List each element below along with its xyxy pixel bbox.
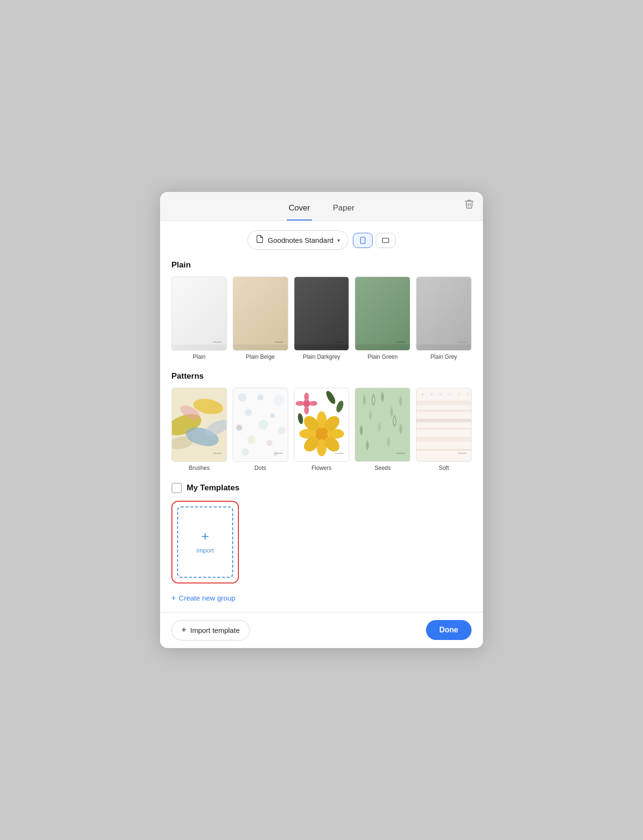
create-new-group-button[interactable]: + Create new group [171, 592, 236, 604]
seeds-label: Seeds [375, 465, 391, 471]
plain-grid: Plain Plain Beige Plain Darkgrey [171, 277, 472, 360]
plain-green-thumb [355, 277, 410, 351]
svg-rect-44 [416, 419, 471, 422]
flowers-label: Flowers [312, 465, 331, 471]
done-button[interactable]: Done [426, 620, 472, 640]
import-template-button[interactable]: + Import template [171, 620, 250, 640]
dots-label: Dots [255, 465, 266, 471]
import-plus-icon: + [201, 530, 209, 543]
portrait-view-button[interactable] [353, 233, 373, 248]
svg-point-53 [467, 393, 469, 396]
brushes-label: Brushes [189, 465, 209, 471]
cover-item-soft[interactable]: Soft [416, 388, 472, 471]
import-template-plus-icon: + [181, 625, 187, 635]
soft-thumb [416, 388, 472, 462]
svg-rect-0 [361, 237, 365, 243]
import-template-label: Import template [190, 626, 240, 634]
brushes-thumb [171, 388, 227, 462]
cover-item-plain-darkgrey[interactable]: Plain Darkgrey [294, 277, 350, 360]
tab-bar: Cover Paper [160, 192, 483, 221]
import-card[interactable]: + Import [177, 506, 233, 578]
tab-cover[interactable]: Cover [287, 199, 312, 220]
svg-point-51 [449, 393, 451, 396]
plain-label: Plain [193, 353, 206, 360]
svg-rect-43 [416, 410, 471, 412]
svg-point-34 [304, 406, 309, 414]
patterns-grid: Brushes [171, 388, 472, 471]
svg-point-14 [270, 413, 275, 418]
plain-beige-thumb [233, 277, 288, 351]
document-icon [255, 235, 264, 246]
svg-rect-47 [416, 449, 471, 451]
patterns-section-title: Patterns [171, 372, 472, 381]
tab-paper[interactable]: Paper [331, 199, 356, 220]
create-group-plus-icon: + [171, 594, 176, 602]
svg-point-10 [238, 393, 246, 402]
svg-point-21 [273, 451, 278, 456]
cover-item-plain-green[interactable]: Plain Green [355, 277, 410, 360]
landscape-view-button[interactable] [376, 233, 396, 248]
chevron-down-icon: ▾ [337, 237, 340, 244]
cover-item-plain-grey[interactable]: Plain Grey [416, 277, 472, 360]
svg-rect-45 [416, 428, 471, 430]
svg-point-20 [242, 449, 249, 456]
cover-item-seeds[interactable]: Seeds [355, 388, 410, 471]
template-selector[interactable]: Goodnotes Standard ▾ [247, 230, 348, 250]
cover-item-brushes[interactable]: Brushes [171, 388, 227, 471]
bottom-bar: + Import template Done [160, 612, 483, 648]
plain-grey-label: Plain Grey [431, 353, 457, 360]
svg-point-19 [266, 440, 273, 446]
svg-point-49 [431, 393, 433, 396]
create-group-label: Create new group [179, 594, 235, 602]
cover-item-flowers[interactable]: Flowers [294, 388, 350, 471]
view-toggle [353, 233, 396, 248]
svg-point-15 [236, 425, 242, 431]
plain-beige-label: Plain Beige [246, 353, 275, 360]
my-templates-header: My Templates [171, 483, 472, 493]
cover-item-dots[interactable]: Dots [233, 388, 288, 471]
svg-point-16 [258, 420, 268, 430]
content-area: Goodnotes Standard ▾ Plain [160, 221, 483, 612]
flowers-thumb [294, 388, 350, 462]
template-selector-label: Goodnotes Standard [268, 236, 333, 244]
trash-button[interactable] [464, 199, 474, 211]
svg-rect-42 [416, 401, 471, 405]
svg-rect-46 [416, 437, 471, 441]
my-templates-title: My Templates [187, 483, 239, 493]
svg-point-17 [278, 427, 285, 434]
cover-item-plain[interactable]: Plain [171, 277, 227, 360]
plain-darkgrey-thumb [294, 277, 350, 351]
svg-point-50 [440, 393, 442, 396]
top-controls: Goodnotes Standard ▾ [171, 230, 472, 250]
tabs: Cover Paper [287, 199, 357, 220]
plain-darkgrey-label: Plain Darkgrey [303, 353, 340, 360]
svg-point-11 [257, 394, 264, 401]
dots-thumb [233, 388, 288, 462]
cover-item-plain-beige[interactable]: Plain Beige [233, 277, 288, 360]
plain-grey-thumb [416, 277, 472, 351]
import-label: Import [197, 547, 214, 554]
import-card-wrapper: + Import [171, 501, 239, 583]
svg-point-33 [304, 392, 309, 401]
svg-point-48 [421, 393, 424, 396]
svg-point-12 [273, 395, 284, 406]
dialog: Cover Paper Goodnot [160, 192, 483, 648]
soft-label: Soft [439, 465, 449, 471]
svg-rect-1 [383, 238, 389, 242]
svg-point-35 [295, 401, 304, 406]
plain-green-label: Plain Green [368, 353, 397, 360]
plain-section-title: Plain [171, 260, 472, 270]
svg-point-13 [245, 409, 252, 416]
svg-point-52 [458, 393, 460, 396]
seeds-thumb [355, 388, 410, 462]
my-templates-checkbox[interactable] [171, 483, 182, 493]
svg-point-36 [309, 401, 317, 406]
svg-point-18 [247, 436, 255, 444]
plain-thumb [171, 277, 227, 351]
